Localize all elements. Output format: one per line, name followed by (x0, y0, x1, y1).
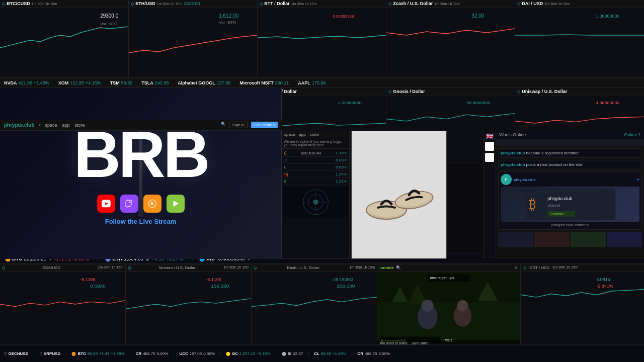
rumble-video-area: ▶ sprycryptolub • PSU next target: ups T… (377, 272, 520, 344)
svg-text:1.52560000: 1.52560000 (338, 101, 362, 105)
svg-text:-5.1156: -5.1156 (206, 277, 221, 282)
sb-gc: ⬤ GC 1,937.15 +0.15% (226, 351, 271, 356)
chat-nav-bar: space app store (282, 131, 349, 138)
chart-canvas-btc: 29300.0 Vol · BTC (0, 8, 128, 63)
eth-icon-small: Ξ (284, 158, 287, 162)
channel-preview-svg: ₿ phrypto.club channel Subscribe (508, 189, 632, 220)
get-started-button[interactable]: Get Started (251, 122, 278, 128)
crypto-row-xmr: ɱ 1.24% (283, 171, 348, 178)
gold-icon: ⬤ (226, 351, 230, 356)
ticker-googl: Alphabet GOOGL 137.96 (178, 80, 230, 85)
grt-tf[interactable]: 1m 30m 1h 15m (552, 265, 578, 270)
xmr-tf[interactable]: 1m 30m 1h 15m (223, 265, 249, 270)
ticker-tsm: TSM 59.60 (110, 80, 133, 85)
sb-gechusd: Q GECHUSD (4, 351, 28, 356)
sb-pct-cr2: 0.00% (378, 351, 390, 356)
q-icon: Q (131, 2, 134, 6)
ticker-price-xom: 112.95 (70, 80, 84, 85)
chart-header-eos: Q EOS/USD 1m 30m 1h 15m (0, 264, 125, 272)
youtube-icon[interactable] (97, 195, 115, 213)
social-posts-container: phrypto.club become a registered member … (496, 146, 644, 259)
svg-text:29300.0: 29300.0 (100, 13, 118, 19)
product-image-svg (359, 150, 439, 240)
chart-timeframes[interactable]: 1m 30m 1h 15m (32, 2, 57, 6)
xmr-pct-small: 1.24% (336, 172, 347, 176)
site-actions: 🔍 Sign in Get Started (221, 122, 278, 128)
ltc-label: Ł (284, 165, 286, 169)
profile-avatar: P (501, 174, 512, 185)
crypto-row-eth: Ξ 0.86% (283, 157, 348, 164)
sign-in-button[interactable]: Sign in (229, 122, 248, 128)
q-icon-dash: Q (254, 265, 257, 270)
svg-text:32.00: 32.00 (471, 13, 484, 19)
sb-price-si: 22.97 (293, 351, 303, 356)
rumble-search-icon[interactable]: 🔍 (396, 265, 401, 270)
post-user-1: phrypto.club (501, 151, 525, 155)
thumb-1 (498, 232, 533, 247)
nav-store-link[interactable]: store (310, 132, 319, 137)
dash-pair-label: Dash / U.S. Dollar (287, 265, 319, 270)
sb-sym-btc: BTC (77, 351, 86, 356)
bitcoin-icon[interactable] (143, 195, 162, 213)
svg-text:1.00000000: 1.00000000 (596, 14, 620, 19)
sb-price-cr: 488.75 (143, 351, 155, 356)
ticker-price-googl: 137.96 (217, 80, 231, 85)
chart-svg-zec: 32.00 (386, 8, 515, 63)
sb-div4: | (220, 351, 221, 356)
chart-xmrusd: Q Monero / U.S. Dollar 1m 30m 1h 15m -5.… (126, 264, 252, 344)
svg-text:4.96300000: 4.96300000 (596, 101, 620, 105)
nav-space-link[interactable]: space (284, 132, 295, 137)
sb-sym-si: SI (288, 351, 292, 356)
chart-tf-btt[interactable]: 1m 30m 1h 15m (291, 2, 317, 6)
chart-header-gno: Q Gnosis / Dollar (386, 88, 515, 96)
chart-pair-btt: BTT / Dollar (264, 1, 290, 6)
chart-pair-dai: DAI / USD (522, 1, 543, 6)
chart-eosusd: Q EOS/USD 1m 30m 1h 15m -5.1156 0.5930 (0, 264, 126, 344)
profile-username[interactable]: phrypto.club (514, 177, 536, 182)
whos-online-header: Who's Online Online 1 (496, 131, 644, 139)
chart-header-eth: Q ETH/USD 1m 30m 1h 15m 1612.00 (129, 0, 257, 8)
q-icon-xrp: Q (40, 351, 42, 356)
ticker-price-nvda: 421.96 (19, 80, 33, 85)
ticker-sym-tsla: TSLA (141, 80, 153, 85)
search-icon[interactable]: 🔍 (221, 122, 226, 128)
etc-label: ₿ (284, 179, 286, 184)
sb-critem: CR 488.75 0.00% (136, 351, 169, 356)
rumble-icon[interactable] (167, 195, 185, 213)
post-user-2: phrypto.club (501, 162, 525, 167)
white-box-icon2 (485, 153, 494, 162)
rumble-controls[interactable]: ⚙ (514, 266, 517, 270)
online-search-input[interactable] (496, 139, 644, 146)
chart-header-grt: Q GRT / USD 1m 30m 1h 15m (521, 264, 644, 272)
nav-app-link[interactable]: app (299, 132, 305, 137)
eos-tf[interactable]: 1m 30m 1h 15m (98, 265, 123, 270)
grt-chart-svg: 0.0814 -2.841% (521, 272, 644, 337)
profile-follow-icon[interactable]: + (636, 177, 639, 183)
chart-tf-dai[interactable]: 1m 30m 1h 15m (544, 2, 570, 6)
chart-header-dai: Q DAI / USD 1m 30m 1h 15m (515, 0, 644, 8)
profile-header: P phrypto.club + (501, 174, 639, 185)
chart-btcusd: Q BTC/CUSD 1m 30m 1h 15m 29300.0 Vol · B… (0, 0, 129, 77)
svg-text:phrypto.club: phrypto.club (547, 196, 572, 201)
nav-space[interactable]: space (45, 123, 57, 128)
q-icon-btt: Q (260, 2, 263, 6)
sb-pct-btc: +1.68% (111, 351, 124, 356)
chart-header-dash: Q Dash / U.S. Dollar 1m 30m 1h 15m (252, 264, 377, 272)
profile-card: P phrypto.club + ₿ phrypto.club channel … (498, 171, 642, 230)
nav-store[interactable]: store (74, 123, 85, 128)
svg-point-47 (457, 300, 468, 311)
ticker-price-tsla: 242.68 (155, 80, 169, 85)
chart-tf-zec[interactable]: 1m 30m 1h 15m (434, 2, 460, 6)
ticker-msft: Microsoft MSFT 330.11 (239, 80, 289, 85)
nav-app[interactable]: app (62, 123, 69, 128)
sb-ucc: UCC 157.05 0.00% (179, 351, 215, 356)
dash-tf[interactable]: 1m 30m 1h 15m (349, 265, 375, 270)
sb-price-ucc: 157.05 (190, 351, 202, 356)
sb-sym-gech: GECHUSD (8, 351, 28, 356)
twitch-icon[interactable] (120, 195, 138, 213)
ticker-nvda: NVDA 421.96 +1.46% (4, 80, 49, 85)
brb-social-icons (97, 195, 185, 213)
chart-pair-uni: Uniswap / U.S. Dollar (522, 89, 567, 94)
chart-tf-eth[interactable]: 1m 30m 1h 15m (157, 2, 183, 6)
post-text-1: become a registered member (526, 151, 579, 155)
